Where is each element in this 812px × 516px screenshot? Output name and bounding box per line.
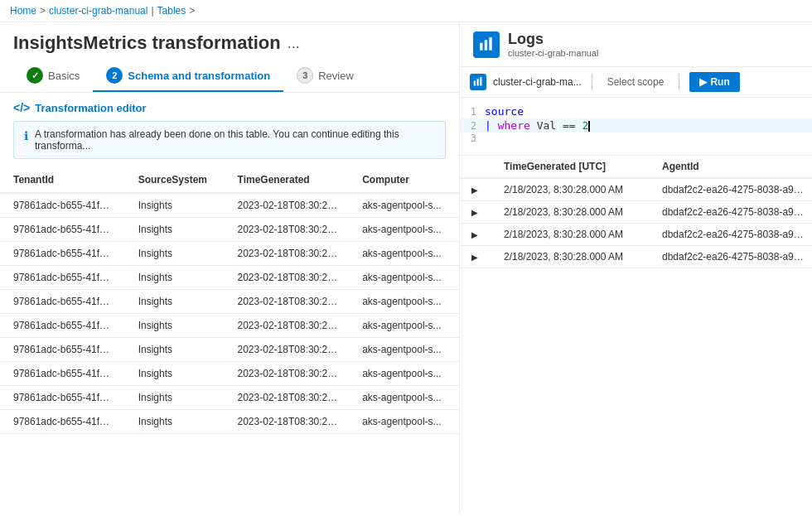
left-panel: InsightsMetrics transformation ... ✓ Bas… <box>0 22 460 514</box>
table-row: 97861adc-b655-41f6-... Insights 2023-02-… <box>0 362 459 386</box>
results-table: TimeGenerated [UTC] AgentId ▶ 2/18/2023,… <box>460 156 812 268</box>
tab-basics[interactable]: ✓ Basics <box>13 60 93 92</box>
cell-tenantid: 97861adc-b655-41f6-... <box>0 410 125 434</box>
logs-title-area: Logs cluster-ci-grab-manual <box>508 31 598 58</box>
results-cell-time: 2/18/2023, 8:30:28.000 AM <box>495 201 654 224</box>
svg-rect-0 <box>480 42 482 50</box>
breadcrumb-tables[interactable]: Tables <box>157 5 186 17</box>
line-content-1: source <box>485 104 524 118</box>
results-row: ▶ 2/18/2023, 8:30:28.000 AM dbdaf2c2-ea2… <box>460 201 812 224</box>
cell-computer: aks-agentpool-s... <box>349 314 459 338</box>
tab-schema-circle: 2 <box>106 67 123 84</box>
tab-review-label: Review <box>318 70 354 82</box>
page-title: InsightsMetrics transformation <box>13 32 281 54</box>
cell-timegenerated: 2023-02-18T08:30:28Z <box>225 410 350 434</box>
cell-sourcesystem: Insights <box>125 362 225 386</box>
cell-sourcesystem: Insights <box>125 338 225 362</box>
results-cell-time: 2/18/2023, 8:30:28.000 AM <box>495 224 654 246</box>
breadcrumb-home[interactable]: Home <box>10 5 36 17</box>
page-title-area: InsightsMetrics transformation ... <box>0 22 459 60</box>
tab-basics-circle: ✓ <box>27 67 43 84</box>
cell-computer: aks-agentpool-s... <box>349 242 459 266</box>
cell-computer: aks-agentpool-s... <box>349 338 459 362</box>
cell-timegenerated: 2023-02-18T08:30:28Z <box>225 338 350 362</box>
cell-computer: aks-agentpool-s... <box>349 410 459 434</box>
info-icon: ℹ <box>24 129 28 142</box>
logs-icon <box>473 31 500 58</box>
cell-computer: aks-agentpool-s... <box>349 386 459 410</box>
cell-sourcesystem: Insights <box>125 314 225 338</box>
toolbar-divider-2 <box>679 74 679 90</box>
cell-timegenerated: 2023-02-18T08:30:28Z <box>225 218 350 242</box>
cell-sourcesystem: Insights <box>125 242 225 266</box>
results-expand-btn[interactable]: ▶ <box>460 246 495 268</box>
cell-tenantid: 97861adc-b655-41f6-... <box>0 193 125 218</box>
results-row: ▶ 2/18/2023, 8:30:28.000 AM dbdaf2c2-ea2… <box>460 246 812 268</box>
svg-rect-1 <box>485 40 487 50</box>
results-expand-btn[interactable]: ▶ <box>460 224 495 246</box>
line-num-2: 2 <box>460 120 485 132</box>
logs-toolbar: cluster-ci-grab-ma... Select scope ▶ Run <box>460 67 812 98</box>
cell-sourcesystem: Insights <box>125 266 225 290</box>
results-expand-btn[interactable]: ▶ <box>460 178 495 201</box>
results-container: TimeGenerated [UTC] AgentId ▶ 2/18/2023,… <box>460 156 812 514</box>
cell-timegenerated: 2023-02-18T08:30:28Z <box>225 314 350 338</box>
tab-review[interactable]: 3 Review <box>283 60 367 92</box>
info-message: A transformation has already been done o… <box>35 128 435 152</box>
cell-sourcesystem: Insights <box>125 193 225 218</box>
run-icon: ▶ <box>699 76 707 88</box>
breadcrumb-sep2: > <box>189 5 195 17</box>
cell-computer: aks-agentpool-s... <box>349 218 459 242</box>
query-line-3: 3 <box>460 133 812 144</box>
table-row: 97861adc-b655-41f6-... Insights 2023-02-… <box>0 290 459 314</box>
cell-tenantid: 97861adc-b655-41f6-... <box>0 218 125 242</box>
cell-timegenerated: 2023-02-18T08:30:28Z <box>225 386 350 410</box>
transformation-editor-label: Transformation editor <box>35 102 146 114</box>
line-content-2: | where Val == 2 <box>485 118 590 133</box>
transformation-editor-header[interactable]: </> Transformation editor <box>0 93 459 121</box>
query-editor[interactable]: 1 source 2 | where Val == 2 3 <box>460 98 812 156</box>
logs-scope-icon <box>470 74 486 90</box>
tab-basics-label: Basics <box>48 70 80 82</box>
table-row: 97861adc-b655-41f6-... Insights 2023-02-… <box>0 338 459 362</box>
code-icon: </> <box>13 101 30 114</box>
cell-tenantid: 97861adc-b655-41f6-... <box>0 242 125 266</box>
info-bar: ℹ A transformation has already been done… <box>13 121 446 159</box>
breadcrumb-sep1: > <box>40 5 46 17</box>
cell-timegenerated: 2023-02-18T08:30:28Z <box>225 266 350 290</box>
cell-timegenerated: 2023-02-18T08:30:28Z <box>225 362 350 386</box>
run-button[interactable]: ▶ Run <box>689 72 739 92</box>
title-options-button[interactable]: ... <box>288 35 300 52</box>
cell-tenantid: 97861adc-b655-41f6-... <box>0 338 125 362</box>
logs-header: Logs cluster-ci-grab-manual <box>460 22 812 67</box>
table-row: 97861adc-b655-41f6-... Insights 2023-02-… <box>0 242 459 266</box>
results-row: ▶ 2/18/2023, 8:30:28.000 AM dbdaf2c2-ea2… <box>460 224 812 246</box>
col-sourcesystem: SourceSystem <box>125 167 225 193</box>
line-num-3: 3 <box>460 133 485 144</box>
breadcrumb-pipe: | <box>151 5 153 17</box>
scope-label: cluster-ci-grab-ma... <box>493 76 582 88</box>
cell-computer: aks-agentpool-s... <box>349 290 459 314</box>
results-col-expand <box>460 156 495 178</box>
data-table-container: TenantId SourceSystem TimeGenerated Comp… <box>0 167 459 514</box>
cell-timegenerated: 2023-02-18T08:30:28Z <box>225 242 350 266</box>
right-panel: Logs cluster-ci-grab-manual cluster-ci-g… <box>460 22 812 514</box>
results-cell-agentid: dbdaf2c2-ea26-4275-8038-a95c6bdc74... <box>654 246 812 268</box>
svg-rect-5 <box>480 77 481 86</box>
data-table: TenantId SourceSystem TimeGenerated Comp… <box>0 167 459 434</box>
results-expand-btn[interactable]: ▶ <box>460 201 495 224</box>
cell-tenantid: 97861adc-b655-41f6-... <box>0 266 125 290</box>
results-cell-agentid: dbdaf2c2-ea26-4275-8038-a95c6bdc74... <box>654 178 812 201</box>
results-col-agentid: AgentId <box>654 156 812 178</box>
tab-schema[interactable]: 2 Schema and transformation <box>93 60 283 92</box>
table-header-row: TenantId SourceSystem TimeGenerated Comp… <box>0 167 459 193</box>
select-scope-button[interactable]: Select scope <box>602 75 669 89</box>
run-label: Run <box>710 76 729 88</box>
breadcrumb: Home > cluster-ci-grab-manual | Tables > <box>0 0 812 22</box>
results-cell-agentid: dbdaf2c2-ea26-4275-8038-a95c6bdc74... <box>654 224 812 246</box>
cell-timegenerated: 2023-02-18T08:30:28Z <box>225 193 350 218</box>
results-cell-agentid: dbdaf2c2-ea26-4275-8038-a95c6bdc74... <box>654 201 812 224</box>
query-line-1: 1 source <box>460 104 812 118</box>
line-num-1: 1 <box>460 106 485 118</box>
breadcrumb-cluster[interactable]: cluster-ci-grab-manual <box>49 5 147 17</box>
